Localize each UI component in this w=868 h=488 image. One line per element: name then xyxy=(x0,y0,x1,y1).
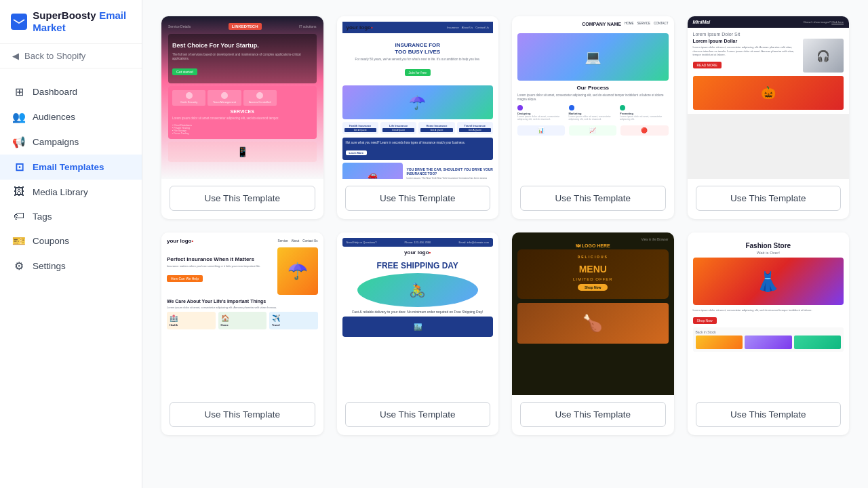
sidebar-item-label: Tags xyxy=(33,211,52,222)
sidebar-item-label: Coupons xyxy=(33,236,69,246)
main-content: Service Details LINKEDTECH IT solutions … xyxy=(142,0,868,488)
preview-minimal-cta: READ MORE xyxy=(693,62,722,68)
preview-minimal-subtitle: Lorem Ipsum Dolor Sit xyxy=(693,32,844,37)
preview-process-title: Our Process xyxy=(517,85,669,91)
preview-services-list: • Cloud Databases• Private Hosting• File… xyxy=(172,124,313,135)
preview-product-health: Health Insurance Get A Quote xyxy=(342,122,378,134)
preview-fashion-body: Lorem ipsum dolor sit amet, consectetur … xyxy=(693,308,844,325)
template-card-menu: View in the Browser 🍽 LOGO HERE DELICIOU… xyxy=(512,232,674,435)
preview-grid-item: Access Controlled xyxy=(243,90,277,106)
preview-ins2-hero: Perfect Insurance When it Matters Insura… xyxy=(167,247,318,295)
preview-menu-logo: 🍽 LOGO HERE xyxy=(517,243,669,248)
preview-ins-cta: Join for free xyxy=(405,69,431,76)
template-preview-insurance-blue: your logo• Insurance About Us Contact Us… xyxy=(337,16,499,179)
audiences-icon: 👥 xyxy=(12,110,26,123)
preview-ins2-desc: Insurance matters when you lose somethin… xyxy=(167,264,273,268)
preview-process-desc: Lorem ipsum dolor sit amet, consectetur … xyxy=(517,94,669,102)
campaigns-icon: 📢 xyxy=(12,136,26,148)
preview-process-steps: Designing Lorem ipsum dolor sit amet, co… xyxy=(517,105,669,121)
use-template-button-shipping[interactable]: Use This Template xyxy=(345,402,491,427)
preview-ins2-section-desc: Lorem ipsum dolor sit amet, consectetur … xyxy=(167,306,318,309)
use-template-button-process[interactable]: Use This Template xyxy=(520,186,666,211)
template-card-insurance-yellow: your logo• Service About Contact Us Perf… xyxy=(161,232,323,435)
preview-headline-tech: Best Choice For Your Startup. xyxy=(172,42,313,50)
preview-ins2-card2: 🏠 Home xyxy=(218,312,267,329)
dashboard-icon: ⊞ xyxy=(12,85,26,98)
preview-menu-tagline: DELICIOUS xyxy=(523,255,663,259)
sidebar-item-tags[interactable]: 🏷 Tags xyxy=(0,204,142,228)
preview-minimal-logo: MiniMal xyxy=(693,20,711,24)
preview-step-marketing: Marketing Lorem ipsum dolor sit amet, co… xyxy=(569,105,618,121)
preview-grid-tech: Code Security Team Management Access Con… xyxy=(172,90,313,106)
use-template-button-fashion[interactable]: Use This Template xyxy=(696,402,842,427)
template-card-shipping: Need Help or Questions? Phone: 123-456-7… xyxy=(337,232,499,435)
preview-services-title: SERVICES xyxy=(172,109,313,114)
template-btn-wrap-ins-blue: Use This Template xyxy=(337,179,499,219)
preview-minimal-notice: Doesn't show images? Click here xyxy=(804,20,844,24)
use-template-button-menu[interactable]: Use This Template xyxy=(520,402,666,427)
back-arrow-icon: ◀ xyxy=(12,51,19,61)
sidebar-item-audiences[interactable]: 👥 Audiences xyxy=(0,104,142,129)
template-preview-shipping: Need Help or Questions? Phone: 123-456-7… xyxy=(337,232,499,395)
preview-shipping-banner: 🏙️ xyxy=(342,317,494,337)
preview-car-illus: 🚗 xyxy=(342,163,403,179)
use-template-button-insurance-blue[interactable]: Use This Template xyxy=(345,186,491,211)
preview-step-designing: Designing Lorem ipsum dolor sit amet, co… xyxy=(517,105,566,121)
preview-ins2-cta: How Can We Help xyxy=(167,275,203,282)
preview-product-home: Home Insurance Get A Quote xyxy=(418,122,454,134)
app-logo: SuperBoosty Email Market xyxy=(0,0,142,44)
logo-text-main: SuperBoosty xyxy=(33,9,96,21)
sidebar-item-settings[interactable]: ⚙ Settings xyxy=(0,253,142,279)
preview-ins2-card3: ✈️ Travel xyxy=(269,312,318,329)
preview-menu-sub: LIMITED OFFER xyxy=(523,277,663,281)
template-btn-wrap-ins-yellow: Use This Template xyxy=(161,395,323,435)
template-preview-tech: Service Details LINKEDTECH IT solutions … xyxy=(161,16,323,179)
coupons-icon: 🎫 xyxy=(12,235,26,247)
template-preview-insurance-yellow: your logo• Service About Contact Us Perf… xyxy=(161,232,323,395)
settings-icon: ⚙ xyxy=(12,260,26,272)
preview-menu-food-photo: 🍗 xyxy=(517,303,669,344)
preview-minimal-banner: 🎃 xyxy=(693,76,844,110)
preview-car-text: YOU DRIVE THE CAR, SHOULDN'T YOU DRIVE Y… xyxy=(407,167,494,179)
template-card-fashion: Fashion Store Wait is Over! 👗 Lorem ipsu… xyxy=(688,232,850,435)
preview-mobile-illus: 📱 xyxy=(168,142,317,162)
template-btn-wrap-process: Use This Template xyxy=(512,179,674,219)
preview-delivery-illus: 🚴 xyxy=(357,273,478,307)
preview-ins2-header: your logo• Service About Contact Us xyxy=(167,238,318,244)
templates-grid: Service Details LINKEDTECH IT solutions … xyxy=(161,16,849,435)
sidebar-item-media-library[interactable]: 🖼 Media Library xyxy=(0,180,142,204)
preview-headline-section: INSURANCE FORTOO BUSY LIVES For nearly 5… xyxy=(342,36,494,83)
preview-stats: 📊 📈 🔴 xyxy=(517,125,669,136)
preview-shipping-desc: Fast & reliable delivery to your door. N… xyxy=(342,310,494,314)
preview-ins2-cards: 🏥 Health 🏠 Home ✈️ Travel xyxy=(167,312,318,329)
preview-minimal-content: Lorem Ipsum Dollar Lorem ipsum dolor sit… xyxy=(693,39,844,73)
sidebar-item-email-templates[interactable]: ⊡ Email Templates xyxy=(0,155,142,180)
use-template-button-insurance-yellow[interactable]: Use This Template xyxy=(170,402,315,427)
preview-promo-bar: Not sure what you need? Learn in seconds… xyxy=(342,138,494,160)
preview-shipping-title: FREE SHIPPING DAY xyxy=(342,261,494,270)
svg-rect-0 xyxy=(12,17,26,26)
template-card-tech: Service Details LINKEDTECH IT solutions … xyxy=(161,16,323,219)
preview-grid-item: Team Management xyxy=(208,90,241,106)
preview-fashion-items xyxy=(696,336,842,349)
preview-stat-1: 📊 xyxy=(517,125,565,136)
email-templates-icon: ⊡ xyxy=(12,161,26,174)
preview-ins2-section2: We Care About Your Life's Important Thin… xyxy=(167,299,318,309)
template-btn-wrap-tech: Use This Template xyxy=(161,179,323,219)
preview-illus: ☂️ xyxy=(342,85,494,119)
back-to-shopify-button[interactable]: ◀ Back to Shopify xyxy=(0,44,142,68)
preview-grid-item: Code Security xyxy=(172,90,205,106)
template-card-minimal: MiniMal Doesn't show images? Click here … xyxy=(688,16,850,219)
preview-logo-tech: LINKEDTECH xyxy=(229,23,262,30)
use-template-button-minimal[interactable]: Use This Template xyxy=(696,186,842,211)
preview-minimal-title: Lorem Ipsum Dollar xyxy=(693,39,800,43)
preview-menu-title: MENU xyxy=(523,264,663,274)
preview-shipping-logo: your logo• xyxy=(342,249,494,256)
preview-process-illus: 💻 xyxy=(517,33,669,81)
tags-icon: 🏷 xyxy=(12,210,26,222)
sidebar-item-dashboard[interactable]: ⊞ Dashboard xyxy=(0,79,142,104)
sidebar-item-campaigns[interactable]: 📢 Campaigns xyxy=(0,129,142,155)
sidebar-item-coupons[interactable]: 🎫 Coupons xyxy=(0,228,142,253)
use-template-button-tech[interactable]: Use This Template xyxy=(170,186,315,211)
template-btn-wrap-shipping: Use This Template xyxy=(337,395,499,435)
